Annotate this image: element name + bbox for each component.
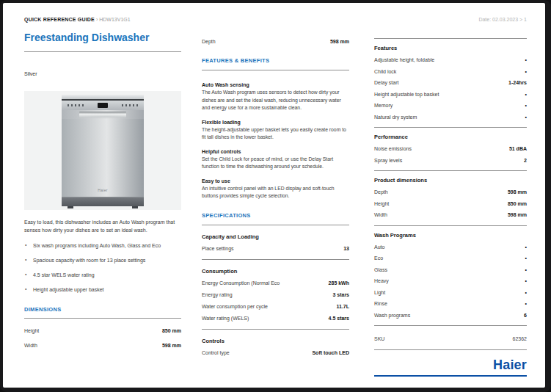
divider xyxy=(202,70,349,70)
dishwasher-top-strip xyxy=(62,95,144,101)
dimensions-heading: DIMENSIONS xyxy=(24,306,181,313)
divider xyxy=(202,329,349,330)
row-value: • xyxy=(525,255,527,261)
table-row: Energy rating 3 stars xyxy=(202,289,349,301)
feature-text: The Auto Wash program uses sensors to de… xyxy=(202,89,349,112)
breadcrumb-label: QUICK REFERENCE GUIDE xyxy=(24,17,95,22)
row-value: 285 kWh xyxy=(329,280,349,286)
table-row: Glass • xyxy=(374,264,527,276)
group-title: Product dimensions xyxy=(374,176,527,185)
row-label: Control type xyxy=(202,350,230,355)
row-value: • xyxy=(525,103,527,108)
divider xyxy=(374,225,527,226)
table-wash-programs: Wash Programs Auto • Eco • Glass • Heavy… xyxy=(374,231,527,322)
row-label: Auto xyxy=(374,244,384,250)
row-label: Water rating (WELS) xyxy=(202,316,249,321)
row-value: 11.7L xyxy=(336,304,349,309)
left-column: Freestanding Dishwasher Silver Haier xyxy=(24,31,181,352)
spec-group-capacity: Capacity and Loading Place settings 13 xyxy=(202,233,349,255)
row-label: Eco xyxy=(374,255,383,261)
feature-title: Auto Wash sensing xyxy=(202,81,349,89)
row-value: 598 mm xyxy=(162,343,181,348)
handle-bar xyxy=(79,112,126,117)
table-performance: Performance Noise emissions 51 dBA Spray… xyxy=(374,133,527,166)
table-row: Auto • xyxy=(374,242,527,253)
product-image: Haier xyxy=(24,91,181,210)
row-label: Water consumption per cycle xyxy=(202,304,268,309)
row-value: 51 dBA xyxy=(509,146,527,151)
sku-row: SKU 62362 xyxy=(374,332,527,345)
table-row: Eco • xyxy=(374,253,527,264)
row-label: Child lock xyxy=(374,69,396,74)
table-row: Child lock • xyxy=(374,66,527,78)
divider xyxy=(202,259,349,260)
table-row: Rinse • xyxy=(374,298,527,310)
row-value: • xyxy=(525,115,527,120)
right-column: Features Adjustable height, foldable • C… xyxy=(374,35,527,377)
document-page: QUICK REFERENCE GUIDE › HDW13V1G1 Date: … xyxy=(3,3,545,388)
table-row: Adjustable height, foldable • xyxy=(374,54,527,66)
row-label: Rinse xyxy=(374,301,387,306)
row-label: Light xyxy=(374,290,385,295)
group-title: Consumption xyxy=(202,267,349,276)
brand-underline xyxy=(374,375,527,377)
divider xyxy=(374,325,527,326)
breadcrumb: QUICK REFERENCE GUIDE › HDW13V1G1 xyxy=(24,17,131,22)
row-label: Width xyxy=(374,212,387,217)
table-row: Natural dry system • xyxy=(374,112,527,123)
product-color-label: Silver xyxy=(24,71,181,76)
divider xyxy=(374,349,527,350)
middle-column: Depth 598 mm FEATURES & BENEFITS Auto Wa… xyxy=(202,35,349,359)
group-title: Controls xyxy=(202,337,349,346)
row-value: 598 mm xyxy=(508,189,527,195)
dishwasher-illustration: Haier xyxy=(62,95,144,206)
feature-block: Easy to use An intuitive control panel w… xyxy=(202,177,349,200)
control-buttons-icon xyxy=(122,104,138,106)
row-label: Energy rating xyxy=(202,292,233,297)
dishwasher-foot xyxy=(132,206,138,208)
table-row: Width 598 mm xyxy=(24,338,181,352)
table-row: Delay start 1-24hrs xyxy=(374,77,527,89)
table-row: Water consumption per cycle 11.7L xyxy=(202,301,349,313)
row-value: 850 mm xyxy=(162,328,181,333)
row-label: Spray levels xyxy=(374,158,402,163)
list-item: Six wash programs including Auto Wash, G… xyxy=(24,243,181,258)
table-row: Noise emissions 51 dBA xyxy=(374,143,527,155)
divider xyxy=(374,38,527,39)
table-row: Memory • xyxy=(374,100,527,112)
dishwasher-door: Haier xyxy=(62,119,144,197)
row-label: Depth xyxy=(374,189,388,195)
group-title: Performance xyxy=(374,133,527,142)
feature-text: The height-adjustable upper basket lets … xyxy=(202,126,349,142)
row-label: Heavy xyxy=(374,278,389,283)
row-label: Place settings xyxy=(202,246,234,251)
feature-bullet-list: Six wash programs including Auto Wash, G… xyxy=(24,243,181,302)
page-title: Freestanding Dishwasher xyxy=(24,31,181,44)
led-display xyxy=(98,103,108,108)
row-label: Height xyxy=(24,328,39,333)
list-item: Height adjustable upper basket xyxy=(24,287,181,302)
row-label: Delay start xyxy=(374,80,398,85)
group-title: Capacity and Loading xyxy=(202,233,349,242)
specifications-heading: SPECIFICATIONS xyxy=(202,212,349,219)
breadcrumb-model: HDW13V1G1 xyxy=(99,17,130,22)
row-value: Soft touch LED xyxy=(312,350,349,355)
row-value: 850 mm xyxy=(508,201,527,206)
table-row: Height 850 mm xyxy=(24,323,181,338)
document-frame: QUICK REFERENCE GUIDE › HDW13V1G1 Date: … xyxy=(0,0,551,392)
table-row: Light • xyxy=(374,287,527,299)
sku-label: SKU xyxy=(374,336,384,341)
spec-group-consumption: Consumption Energy Consumption (Normal E… xyxy=(202,267,349,324)
feature-title: Helpful controls xyxy=(202,148,349,156)
table-features: Features Adjustable height, foldable • C… xyxy=(374,44,527,123)
row-value: • xyxy=(525,92,527,97)
features-benefits-heading: FEATURES & BENEFITS xyxy=(202,57,349,64)
table-product-dimensions: Product dimensions Depth 598 mm Height 8… xyxy=(374,176,527,221)
sku-value: 62362 xyxy=(513,336,527,341)
doc-header: QUICK REFERENCE GUIDE › HDW13V1G1 Date: … xyxy=(24,17,527,22)
row-value: 13 xyxy=(343,246,349,251)
row-value: • xyxy=(525,290,527,295)
dishwasher-kickplate xyxy=(62,197,144,206)
breadcrumb-separator: › xyxy=(96,17,98,22)
feature-text: An intuitive control panel with an LED d… xyxy=(202,185,349,200)
